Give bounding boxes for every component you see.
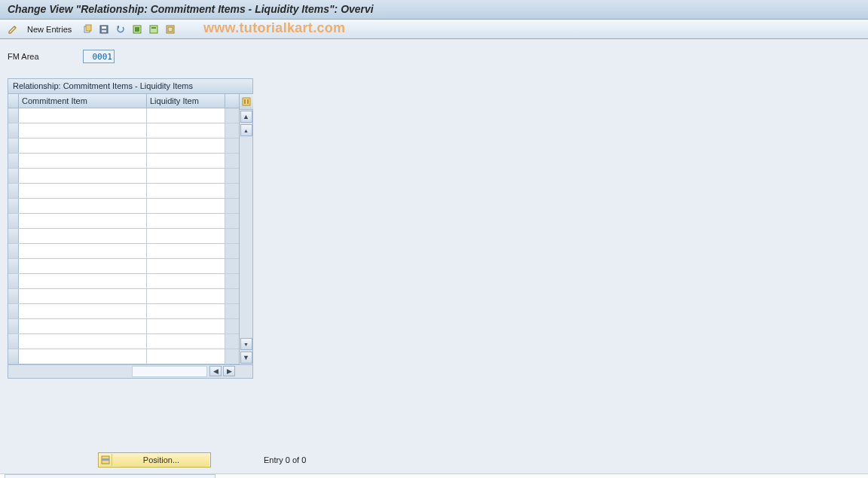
- scroll-down-icon[interactable]: ▼: [240, 352, 252, 364]
- scroll-up-icon[interactable]: ▲: [240, 111, 252, 123]
- row-selector[interactable]: [8, 259, 19, 273]
- cell-commitment-item[interactable]: [19, 349, 147, 364]
- cell-liquidity-item[interactable]: [147, 304, 225, 318]
- row-selector[interactable]: [8, 319, 19, 333]
- table-row[interactable]: [8, 274, 239, 289]
- row-selector[interactable]: [8, 304, 19, 318]
- undo-icon[interactable]: [114, 23, 127, 36]
- table-row[interactable]: [8, 123, 239, 139]
- deselect-all-icon[interactable]: [164, 23, 177, 36]
- table-row[interactable]: [8, 199, 239, 214]
- scroll-up-inner-icon[interactable]: ▲: [240, 124, 252, 136]
- cell-commitment-item[interactable]: [19, 154, 147, 168]
- row-selector[interactable]: [8, 349, 19, 364]
- save-icon[interactable]: [97, 23, 111, 36]
- table-row[interactable]: [8, 349, 239, 364]
- row-selector[interactable]: [8, 123, 19, 138]
- select-block-icon[interactable]: [147, 23, 160, 36]
- cell-liquidity-item[interactable]: [147, 214, 225, 228]
- session-tab[interactable]: [5, 474, 215, 478]
- cell-commitment-item[interactable]: [19, 244, 147, 258]
- table-row[interactable]: [8, 289, 239, 304]
- position-button[interactable]: Position...: [98, 452, 211, 467]
- svg-rect-1: [86, 25, 91, 31]
- row-selector[interactable]: [8, 154, 19, 168]
- cell-commitment-item[interactable]: [19, 214, 147, 228]
- row-selector[interactable]: [8, 214, 19, 228]
- row-selector[interactable]: [8, 199, 19, 213]
- cell-liquidity-item[interactable]: [147, 123, 225, 138]
- cell-commitment-item[interactable]: [19, 304, 147, 318]
- row-selector[interactable]: [8, 139, 19, 153]
- new-entries-button[interactable]: New Entries: [23, 24, 76, 35]
- fm-area-input[interactable]: [83, 50, 115, 63]
- cell-commitment-item[interactable]: [19, 139, 147, 153]
- watermark: www.tutorialkart.com: [203, 20, 345, 36]
- select-all-icon[interactable]: [130, 23, 144, 36]
- table-control: Relationship: Commitment Items - Liquidi…: [8, 78, 253, 379]
- title-bar: Change View "Relationship: Commitment It…: [0, 0, 868, 20]
- edit-icon[interactable]: [6, 23, 20, 36]
- table-row[interactable]: [8, 244, 239, 259]
- table-row[interactable]: [8, 334, 239, 349]
- cell-liquidity-item[interactable]: [147, 169, 225, 183]
- copy-icon[interactable]: [81, 23, 94, 36]
- row-selector[interactable]: [8, 289, 19, 303]
- cell-liquidity-item[interactable]: [147, 244, 225, 258]
- column-liquidity-item[interactable]: Liquidity Item: [147, 94, 225, 108]
- row-selector[interactable]: [8, 184, 19, 198]
- table-row[interactable]: [8, 304, 239, 319]
- table-row[interactable]: [8, 154, 239, 169]
- column-commitment-item[interactable]: Commitment Item: [19, 94, 147, 108]
- table-row[interactable]: [8, 139, 239, 154]
- svg-rect-6: [135, 27, 139, 32]
- cell-commitment-item[interactable]: [19, 274, 147, 288]
- cell-liquidity-item[interactable]: [147, 319, 225, 333]
- table-row[interactable]: [8, 319, 239, 334]
- fm-area-label: FM Area: [8, 52, 83, 61]
- cell-commitment-item[interactable]: [19, 123, 147, 138]
- cell-commitment-item[interactable]: [19, 259, 147, 273]
- cell-liquidity-item[interactable]: [147, 199, 225, 213]
- table-row[interactable]: [8, 259, 239, 274]
- cell-commitment-item[interactable]: [19, 169, 147, 183]
- cell-commitment-item[interactable]: [19, 199, 147, 213]
- footer: Position... Entry 0 of 0: [0, 452, 868, 467]
- scroll-down-inner-icon[interactable]: ▼: [240, 338, 252, 350]
- cell-liquidity-item[interactable]: [147, 154, 225, 168]
- cell-commitment-item[interactable]: [19, 229, 147, 243]
- cell-liquidity-item[interactable]: [147, 334, 225, 349]
- scroll-left-icon[interactable]: ◀: [209, 366, 222, 376]
- vertical-scrollbar[interactable]: ▲ ▲ ▼ ▼: [239, 94, 252, 364]
- row-selector[interactable]: [8, 244, 19, 258]
- table-row[interactable]: [8, 184, 239, 199]
- cell-commitment-item[interactable]: [19, 108, 147, 123]
- cell-liquidity-item[interactable]: [147, 139, 225, 153]
- row-selector[interactable]: [8, 334, 19, 349]
- row-selector[interactable]: [8, 108, 19, 123]
- cell-liquidity-item[interactable]: [147, 274, 225, 288]
- row-selector-header[interactable]: [8, 94, 19, 108]
- horizontal-scrollbar[interactable]: ◀ ▶: [8, 364, 252, 378]
- cell-liquidity-item[interactable]: [147, 108, 225, 123]
- table-row[interactable]: [8, 214, 239, 229]
- cell-commitment-item[interactable]: [19, 289, 147, 303]
- scroll-right-icon[interactable]: ▶: [223, 366, 235, 376]
- table-row[interactable]: [8, 229, 239, 244]
- table-row[interactable]: [8, 169, 239, 184]
- cell-commitment-item[interactable]: [19, 319, 147, 333]
- cell-liquidity-item[interactable]: [147, 349, 225, 364]
- cell-commitment-item[interactable]: [19, 184, 147, 198]
- table-row[interactable]: [8, 108, 239, 123]
- cell-liquidity-item[interactable]: [147, 184, 225, 198]
- cell-liquidity-item[interactable]: [147, 229, 225, 243]
- position-label: Position...: [112, 455, 210, 464]
- row-selector[interactable]: [8, 274, 19, 288]
- row-selector[interactable]: [8, 229, 19, 243]
- cell-liquidity-item[interactable]: [147, 259, 225, 273]
- cell-liquidity-item[interactable]: [147, 289, 225, 303]
- row-selector[interactable]: [8, 169, 19, 183]
- cell-commitment-item[interactable]: [19, 334, 147, 349]
- position-icon: [99, 454, 112, 466]
- table-settings-icon[interactable]: [240, 94, 253, 110]
